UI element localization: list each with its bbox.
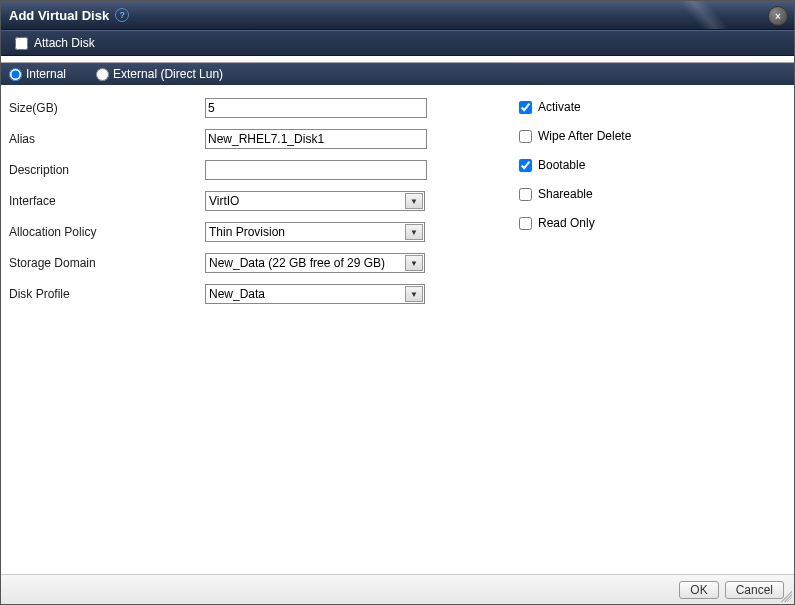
checkbox-read-only[interactable]: [519, 217, 532, 230]
tab-internal[interactable]: Internal: [9, 67, 66, 81]
input-description[interactable]: [205, 160, 427, 180]
input-alias[interactable]: [205, 129, 427, 149]
label-activate: Activate: [538, 100, 581, 114]
row-activate: Activate: [519, 97, 784, 117]
chevron-down-icon: ▼: [405, 224, 423, 240]
row-allocation-policy: Allocation Policy Thin Provision ▼: [9, 221, 519, 243]
select-storage-domain[interactable]: New_Data (22 GB free of 29 GB) ▼: [205, 253, 425, 273]
select-storage-domain-value: New_Data (22 GB free of 29 GB): [209, 256, 385, 270]
label-storage-domain: Storage Domain: [9, 256, 205, 270]
close-button[interactable]: ×: [768, 6, 788, 26]
dialog-header: Add Virtual Disk ? ×: [1, 1, 794, 30]
cancel-button[interactable]: Cancel: [725, 581, 784, 599]
chevron-down-icon: ▼: [405, 286, 423, 302]
right-column: Activate Wipe After Delete Bootable Shar…: [519, 97, 784, 564]
row-disk-profile: Disk Profile New_Data ▼: [9, 283, 519, 305]
label-bootable: Bootable: [538, 158, 585, 172]
radio-external[interactable]: [96, 68, 109, 81]
dialog-title: Add Virtual Disk: [9, 8, 109, 23]
label-read-only: Read Only: [538, 216, 595, 230]
separator: [1, 56, 794, 63]
input-size[interactable]: [205, 98, 427, 118]
chevron-down-icon: ▼: [405, 255, 423, 271]
checkbox-bootable[interactable]: [519, 159, 532, 172]
select-disk-profile[interactable]: New_Data ▼: [205, 284, 425, 304]
select-interface-value: VirtIO: [209, 194, 239, 208]
row-read-only: Read Only: [519, 213, 784, 233]
checkbox-wipe-after-delete[interactable]: [519, 130, 532, 143]
tab-internal-label: Internal: [26, 67, 66, 81]
row-wipe-after-delete: Wipe After Delete: [519, 126, 784, 146]
left-column: Size(GB) Alias Description Interface Vir…: [9, 97, 519, 564]
row-interface: Interface VirtIO ▼: [9, 190, 519, 212]
row-alias: Alias: [9, 128, 519, 150]
close-icon: ×: [775, 11, 781, 22]
label-alias: Alias: [9, 132, 205, 146]
label-disk-profile: Disk Profile: [9, 287, 205, 301]
attach-disk-checkbox[interactable]: [15, 37, 28, 50]
attach-disk-bar: Attach Disk: [1, 30, 794, 56]
select-interface[interactable]: VirtIO ▼: [205, 191, 425, 211]
label-shareable: Shareable: [538, 187, 593, 201]
tab-external-label: External (Direct Lun): [113, 67, 223, 81]
checkbox-activate[interactable]: [519, 101, 532, 114]
row-size: Size(GB): [9, 97, 519, 119]
dialog-footer: OK Cancel: [1, 574, 794, 604]
ok-button[interactable]: OK: [679, 581, 718, 599]
select-allocation-policy-value: Thin Provision: [209, 225, 285, 239]
tab-external[interactable]: External (Direct Lun): [96, 67, 223, 81]
help-icon[interactable]: ?: [115, 8, 129, 22]
add-virtual-disk-dialog: Add Virtual Disk ? × Attach Disk Interna…: [0, 0, 795, 605]
row-bootable: Bootable: [519, 155, 784, 175]
select-allocation-policy[interactable]: Thin Provision ▼: [205, 222, 425, 242]
checkbox-shareable[interactable]: [519, 188, 532, 201]
header-decoration: [644, 1, 764, 29]
select-disk-profile-value: New_Data: [209, 287, 265, 301]
label-allocation-policy: Allocation Policy: [9, 225, 205, 239]
dialog-content: Size(GB) Alias Description Interface Vir…: [1, 85, 794, 574]
label-size: Size(GB): [9, 101, 205, 115]
row-description: Description: [9, 159, 519, 181]
label-wipe-after-delete: Wipe After Delete: [538, 129, 631, 143]
label-interface: Interface: [9, 194, 205, 208]
chevron-down-icon: ▼: [405, 193, 423, 209]
label-description: Description: [9, 163, 205, 177]
row-shareable: Shareable: [519, 184, 784, 204]
radio-internal[interactable]: [9, 68, 22, 81]
row-storage-domain: Storage Domain New_Data (22 GB free of 2…: [9, 252, 519, 274]
attach-disk-label: Attach Disk: [34, 36, 95, 50]
disk-type-tabs: Internal External (Direct Lun): [1, 63, 794, 85]
